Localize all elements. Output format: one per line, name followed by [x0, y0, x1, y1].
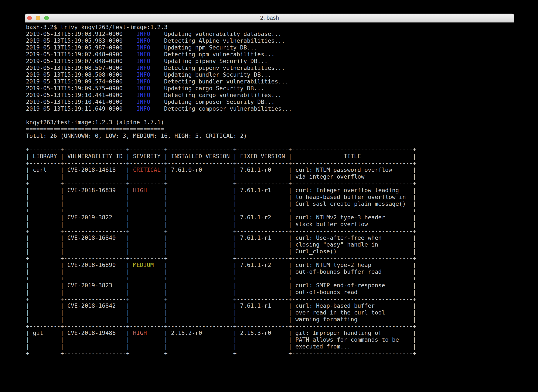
window-title: 2. bash: [25, 14, 514, 22]
table-row-line: | | CVE-2018-16890 | MEDIUM | | 7.61.1-r…: [26, 262, 416, 268]
table-row-line: | | | | | | stack buffer overflow |: [26, 221, 416, 228]
report-rule-line: ========================================: [26, 126, 416, 132]
table-row-line: | git | CVE-2018-19486 | HIGH | 2.15.2-r…: [26, 330, 416, 336]
window-titlebar[interactable]: 2. bash: [25, 14, 514, 22]
table-row-line: | | | | | | out-of-bounds read |: [26, 289, 416, 296]
log-line: 2019-05-13T15:19:09.575+0900 INFO Updati…: [26, 85, 416, 92]
log-line: 2019-05-13T15:19:08.508+0900 INFO Updati…: [26, 71, 416, 78]
log-line: 2019-05-13T15:19:09.574+0900 INFO Detect…: [26, 78, 416, 85]
log-line: 2019-05-13T15:19:11.649+0900 INFO Detect…: [26, 105, 416, 112]
table-border-line: +---------+------------------+----------…: [26, 160, 416, 167]
blank-line: [26, 139, 416, 146]
table-separator-line: + +------------------+ + + +------------…: [26, 275, 416, 282]
log-line: 2019-05-13T15:19:05.987+0900 INFO Updati…: [26, 44, 416, 51]
log-line: 2019-05-13T15:19:08.507+0900 INFO Detect…: [26, 65, 416, 71]
table-row-line: | | | | | | PATH allows for commands to …: [26, 336, 416, 343]
log-line: 2019-05-13T15:19:07.048+0900 INFO Detect…: [26, 51, 416, 58]
table-row-line: | | | | | | Curl_sasl_create_plain_messa…: [26, 201, 416, 207]
table-row-line: | | CVE-2019-3823 | | | | curl: SMTP end…: [26, 282, 416, 289]
table-row-line: | | | | | | via integer overflow |: [26, 173, 416, 180]
table-row-line: | | CVE-2019-3822 | | | 7.61.1-r2 | curl…: [26, 214, 416, 221]
log-line: 2019-05-13T15:19:05.983+0900 INFO Detect…: [26, 37, 416, 44]
table-separator-line: + +------------------+ + +--------------…: [26, 296, 416, 302]
table-row-line: | | | | | | Curl_close() |: [26, 248, 416, 255]
terminal-window: 2. bash bash-3.2$ trivy knqyf263/test-im…: [25, 14, 514, 392]
table-separator-line: + +------------------+ + +--------------…: [26, 228, 416, 234]
table-row-line: | | | | | | out-of-bounds buffer read |: [26, 268, 416, 275]
log-line: 2019-05-13T15:19:10.441+0900 INFO Detect…: [26, 92, 416, 98]
table-row-line: | | | | | | warning formatting |: [26, 316, 416, 323]
log-line: 2019-05-13T15:19:07.048+0900 INFO Updati…: [26, 58, 416, 65]
table-row-line: | | CVE-2018-16839 | HIGH | | 7.61.1-r1 …: [26, 187, 416, 194]
shell-prompt-line: bash-3.2$ trivy knqyf263/test-image:1.2.…: [26, 24, 416, 31]
table-separator-line: + +------------------+ + + +------------…: [26, 350, 416, 357]
table-separator-line: + +------------------+----------+ +-----…: [26, 255, 416, 262]
table-header-line: | LIBRARY | VULNERABILITY ID | SEVERITY …: [26, 153, 416, 160]
log-line: 2019-05-13T15:19:03.912+0900 INFO Updati…: [26, 31, 416, 37]
table-row-line: | | CVE-2018-16842 | | | 7.61.1-r1 | cur…: [26, 302, 416, 309]
blank-line: [26, 112, 416, 119]
table-separator-line: + +------------------+----------+ +-----…: [26, 180, 416, 187]
table-row-line: | | | | | | to heap-based buffer overflo…: [26, 194, 416, 201]
table-separator-line: + +------------------+ + +--------------…: [26, 207, 416, 214]
table-border-line: +---------+------------------+----------…: [26, 323, 416, 330]
report-summary-line: Total: 26 (UNKNOWN: 0, LOW: 3, MEDIUM: 1…: [26, 132, 416, 139]
table-row-line: | | | | | | closing "easy" handle in |: [26, 241, 416, 248]
table-border-line: +---------+------------------+----------…: [26, 146, 416, 153]
terminal-screen[interactable]: bash-3.2$ trivy knqyf263/test-image:1.2.…: [26, 24, 416, 357]
table-row-line: | | | | | | executed from... |: [26, 343, 416, 350]
table-row-line: | curl | CVE-2018-14618 | CRITICAL | 7.6…: [26, 167, 416, 173]
table-row-line: | | CVE-2018-16840 | | | 7.61.1-r1 | cur…: [26, 234, 416, 241]
log-line: 2019-05-13T15:19:10.441+0900 INFO Updati…: [26, 98, 416, 105]
report-target-line: knqyf263/test-image:1.2.3 (alpine 3.7.1): [26, 119, 416, 126]
desktop-background: { "window": { "title": "2. bash", "contr…: [0, 0, 538, 392]
table-row-line: | | | | | | over-read in the curl tool |: [26, 309, 416, 316]
